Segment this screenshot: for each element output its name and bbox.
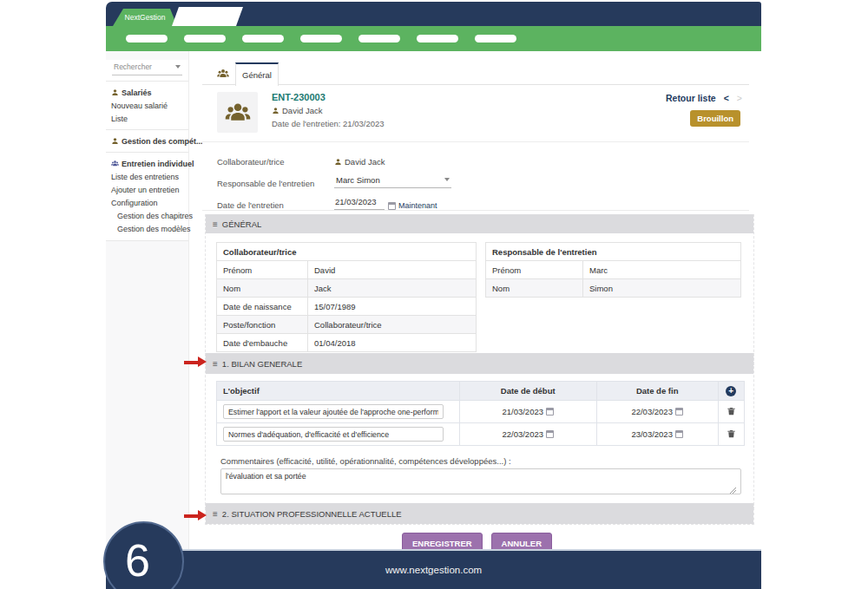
section-bilan-header[interactable]: ≡ 1. BILAN GENERALE (206, 353, 753, 374)
nav-pill[interactable] (475, 35, 516, 43)
nav-pill[interactable] (184, 35, 226, 43)
table-row: NomJack (217, 279, 477, 298)
objective-input[interactable] (223, 427, 444, 442)
chevron-right-icon[interactable]: > (737, 93, 742, 103)
nav-pill[interactable] (417, 35, 458, 43)
section-situation: ≡ 2. SITUATION PROFESSIONNELLE ACTUELLE (205, 503, 754, 525)
section-general: ≡ GÉNÉRAL Collaborateur/trice PrénomDavi… (205, 214, 754, 365)
calendar-icon[interactable] (546, 430, 554, 438)
section-title: GÉNÉRAL (222, 219, 261, 229)
trash-icon[interactable] (727, 406, 736, 416)
sidebar-item-label: Liste des entretiens (111, 173, 179, 181)
nav-pill[interactable] (358, 35, 400, 43)
divider (106, 81, 188, 82)
collaborator-value: David Jack (334, 157, 385, 167)
entity-header-card: ENT-230003 David Jack Date de l'entretie… (202, 86, 749, 142)
sidebar-item-configuration[interactable]: Configuration (106, 196, 188, 209)
sidebar-item-gestion-competences[interactable]: Gestion des compét... (106, 134, 188, 147)
person-icon (111, 88, 119, 96)
top-header-bar: NextGestion (106, 2, 761, 26)
back-to-list-link[interactable]: Retour liste (666, 93, 716, 103)
form-row-manager: Responsable de l'entretien Marc Simon (217, 175, 738, 188)
sidebar-item-gestion-chapitres[interactable]: Gestion des chapitres (106, 209, 188, 222)
row-value: David (308, 261, 477, 279)
col-objectif: L'objectif (217, 382, 460, 401)
nav-pill[interactable] (300, 35, 342, 43)
row-label: Poste/fonction (217, 316, 308, 334)
col-actions: + (718, 382, 744, 401)
sidebar-item-gestion-modeles[interactable]: Gestion des modèles (106, 222, 188, 235)
nav-pill[interactable] (126, 35, 168, 43)
manager-select[interactable]: Marc Simon (334, 174, 451, 188)
avatar (217, 92, 258, 133)
start-date-value[interactable]: 21/03/2023 (502, 407, 543, 416)
sidebar-item-label: Salariés (122, 88, 152, 97)
tab-general[interactable]: Général (235, 62, 279, 86)
end-date-value[interactable]: 22/03/2023 (631, 407, 673, 416)
table-header-row: L'objectif Date de début Date de fin + (217, 382, 745, 401)
field-label: Date de l'entretien (217, 200, 334, 210)
comments-label: Commentaires (efficacité, utilité, opéra… (220, 456, 739, 466)
objective-input[interactable] (223, 404, 444, 419)
entity-name: David Jack (282, 106, 322, 115)
divider (202, 210, 749, 211)
table-header: Collaborateur/trice (217, 243, 477, 261)
section-general-body: Collaborateur/trice PrénomDavid NomJack … (206, 233, 753, 364)
section-general-header[interactable]: ≡ GÉNÉRAL (206, 214, 753, 233)
chevron-left-icon[interactable]: < (724, 93, 729, 103)
sidebar-item-ajouter-entretien[interactable]: Ajouter un entretien (106, 183, 188, 196)
now-link[interactable]: Maintenant (388, 201, 437, 210)
sidebar: Rechercher Salariés Nouveau salarié List… (106, 51, 189, 551)
brand-tab[interactable]: NextGestion (113, 9, 177, 26)
row-value: 15/07/1989 (308, 298, 477, 316)
section-title: 2. SITUATION PROFESSIONNELLE ACTUELLE (222, 509, 402, 519)
calendar-icon[interactable] (675, 430, 683, 438)
sidebar-item-entretien-individuel[interactable]: Entretien individuel (106, 157, 188, 170)
calendar-icon[interactable] (675, 408, 683, 416)
entity-id[interactable]: ENT-230003 (272, 92, 385, 102)
manager-table: Responsable de l'entretien PrénomMarc No… (485, 242, 741, 298)
row-label: Nom (217, 279, 308, 298)
search-placeholder: Rechercher (114, 62, 152, 71)
trash-icon[interactable] (727, 429, 736, 439)
pager-row: Retour liste < > (666, 93, 742, 103)
sidebar-item-label: Gestion des modèles (117, 225, 191, 233)
section-handle-icon: ≡ (213, 509, 218, 519)
table-row: Date de naissance15/07/1989 (217, 298, 477, 316)
table-header: Responsable de l'entretien (486, 243, 741, 261)
sidebar-item-nouveau-salarie[interactable]: Nouveau salarié (106, 99, 188, 112)
chevron-down-icon (175, 65, 181, 69)
sidebar-item-salaries[interactable]: Salariés (106, 86, 188, 99)
header-decoration-slab (172, 7, 243, 26)
sidebar-item-liste[interactable]: Liste (106, 112, 188, 125)
person-icon (334, 158, 342, 166)
start-date-value[interactable]: 22/03/2023 (502, 429, 543, 439)
sidebar-item-label: Entretien individuel (122, 160, 194, 168)
form-row-collaborator: Collaborateur/trice David Jack (217, 154, 738, 167)
sidebar-item-liste-entretiens[interactable]: Liste des entretiens (106, 170, 188, 183)
calendar-icon[interactable] (546, 408, 554, 416)
entretien-form: Collaborateur/trice David Jack Responsab… (217, 154, 738, 219)
add-row-button[interactable]: + (726, 386, 736, 396)
end-date-value[interactable]: 23/03/2023 (631, 429, 673, 439)
sidebar-item-label: Liste (111, 115, 128, 123)
people-icon (111, 160, 119, 167)
calendar-icon (388, 202, 396, 210)
entity-date-line: Date de l'entretien: 21/03/2023 (272, 119, 385, 128)
nav-pill[interactable] (242, 35, 284, 43)
row-value: Simon (583, 279, 741, 298)
row-value: Jack (308, 279, 477, 298)
sidebar-search-select[interactable]: Rechercher (112, 60, 182, 75)
row-label: Prénom (217, 261, 308, 279)
objective-row: 22/03/2023 23/03/2023 (217, 423, 745, 446)
date-input[interactable]: 21/03/2023 (334, 196, 385, 210)
divider (106, 152, 188, 153)
section-situation-header[interactable]: ≡ 2. SITUATION PROFESSIONNELLE ACTUELLE (206, 503, 753, 524)
sidebar-item-label: Configuration (111, 199, 158, 207)
objectives-table: L'objectif Date de début Date de fin + 2… (216, 381, 745, 446)
comments-textarea[interactable]: l'évaluation et sa portée (220, 468, 741, 494)
row-value: Marc (583, 261, 741, 279)
people-icon (217, 68, 229, 80)
table-row: NomSimon (486, 279, 741, 298)
footer-url: www.nextgestion.com (385, 565, 482, 575)
